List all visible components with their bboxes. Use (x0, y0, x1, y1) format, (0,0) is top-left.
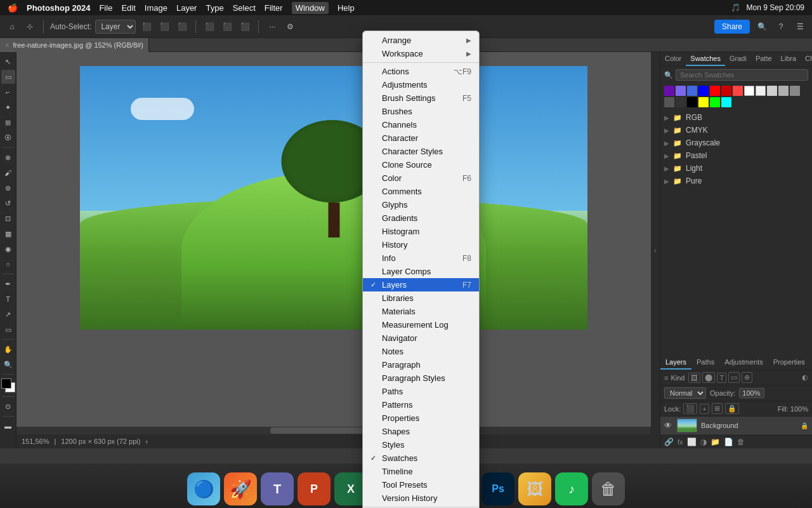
home-button[interactable]: ⌂ (5, 20, 19, 34)
align-center-h[interactable]: ⬛ (157, 20, 171, 34)
menu-item-history[interactable]: History (363, 238, 479, 251)
group-pure[interactable]: ▶ 📁 Pure (664, 175, 808, 187)
tab-paths[interactable]: Paths (691, 356, 719, 370)
tool-lasso[interactable]: ⌐ (1, 85, 15, 99)
dock-photoshop[interactable]: Ps (481, 472, 514, 505)
menu-item-layers[interactable]: ✓ Layers F7 (363, 278, 479, 291)
swatch-dark-gray[interactable] (676, 97, 686, 107)
tool-gradient[interactable]: ▦ (1, 227, 15, 241)
group-cmyk[interactable]: ▶ 📁 CMYK (664, 124, 808, 137)
tool-zoom[interactable]: 🔍 (1, 358, 15, 371)
dock-teams[interactable]: T (261, 472, 294, 505)
menu-item-brushes[interactable]: Brushes (363, 105, 479, 118)
tool-eyedropper[interactable]: ⦿ (1, 131, 15, 145)
dock-finder[interactable]: 🔵 (187, 472, 220, 505)
tool-heal[interactable]: ⊕ (1, 150, 15, 164)
menu-item-properties[interactable]: Properties (363, 411, 479, 425)
swatch-green[interactable] (710, 97, 720, 107)
menu-item-channels[interactable]: Channels (363, 118, 479, 131)
menu-item-measurement-log[interactable]: Measurement Log (363, 318, 479, 331)
menu-item-clone-source[interactable]: Clone Source (363, 158, 479, 171)
tab-close[interactable]: × (5, 41, 9, 49)
menu-item-comments[interactable]: Comments (363, 185, 479, 198)
tool-hand[interactable]: ✋ (1, 342, 15, 356)
filter-pixel[interactable]: 🖼 (688, 373, 700, 383)
swatch-blue-violet[interactable] (676, 86, 686, 96)
swatch-dark-red[interactable] (721, 86, 731, 96)
menu-type[interactable]: Type (206, 3, 223, 13)
group-layer-icon[interactable]: 📁 (710, 438, 720, 446)
menu-item-color[interactable]: Color F6 (363, 171, 479, 185)
blend-mode-select[interactable]: Normal (664, 387, 706, 399)
tab-layers[interactable]: Layers (660, 356, 691, 370)
filter-smart[interactable]: ⊕ (742, 372, 752, 383)
auto-select-dropdown[interactable]: Layer Group (95, 20, 136, 34)
menu-item-histogram[interactable]: Histogram (363, 225, 479, 238)
menu-item-timeline[interactable]: Timeline (363, 465, 479, 478)
dock-trash[interactable]: 🗑 (592, 472, 625, 505)
background-color[interactable] (1, 378, 15, 392)
panel-collapse-btn[interactable]: ‹ (651, 52, 660, 448)
lock-artboard[interactable]: ⊞ (712, 403, 723, 414)
swatch-light-red[interactable] (733, 86, 743, 96)
tool-select-rect[interactable]: ▭ (1, 70, 15, 84)
link-icon[interactable]: 🔗 (664, 438, 674, 446)
tool-type[interactable]: T (1, 292, 15, 306)
menu-help[interactable]: Help (337, 3, 355, 13)
menu-edit[interactable]: Edit (121, 3, 135, 13)
canvas-tab[interactable]: × free-nature-images.jpg @ 152% (RGB/8#) (0, 38, 149, 52)
swatch-purple[interactable] (664, 86, 674, 96)
lock-pixels[interactable]: ⬛ (683, 403, 697, 414)
menu-item-materials[interactable]: Materials (363, 305, 479, 318)
dock-powerpoint[interactable]: P (298, 472, 331, 505)
menu-item-navigator[interactable]: Navigator (363, 331, 479, 345)
table-row[interactable]: 👁 Background 🔒 (660, 417, 812, 435)
tab-libraries[interactable]: Libra (776, 52, 801, 66)
menu-item-paragraph-styles[interactable]: Paragraph Styles (363, 371, 479, 385)
opacity-input[interactable] (739, 388, 764, 398)
filter-type[interactable]: T (717, 373, 726, 383)
tool-brush[interactable]: 🖌 (1, 166, 15, 180)
align-top[interactable]: ⬛ (202, 20, 216, 34)
dock-launchpad[interactable]: 🚀 (224, 472, 257, 505)
menu-item-adjustments[interactable]: Adjustments (363, 78, 479, 91)
layer-visibility-eye[interactable]: 👁 (664, 421, 673, 430)
group-pastel[interactable]: ▶ 📁 Pastel (664, 149, 808, 162)
tool-history-brush[interactable]: ↺ (1, 196, 15, 210)
delete-layer-icon[interactable]: 🗑 (737, 438, 745, 446)
menu-item-tool-presets[interactable]: Tool Presets (363, 478, 479, 491)
search-btn[interactable]: 🔍 (755, 20, 769, 34)
swatch-gray-1[interactable] (767, 86, 777, 96)
apple-logo[interactable]: 🍎 (8, 3, 18, 13)
swatch-cyan[interactable] (721, 97, 731, 107)
filter-shape[interactable]: ▭ (728, 372, 740, 383)
swatch-red[interactable] (710, 86, 720, 96)
adjustment-icon[interactable]: ◑ (700, 438, 707, 446)
menu-item-patterns[interactable]: Patterns (363, 398, 479, 411)
menu-item-character-styles[interactable]: Character Styles (363, 145, 479, 158)
menu-select[interactable]: Select (233, 3, 256, 13)
learn-btn[interactable]: ? (774, 20, 788, 34)
swatch-search-input[interactable] (676, 69, 808, 81)
lock-position[interactable]: + (700, 404, 709, 414)
panel-btn[interactable]: ☰ (793, 20, 807, 34)
menu-item-actions[interactable]: Actions ⌥F9 (363, 65, 479, 78)
swatch-white[interactable] (744, 86, 754, 96)
tool-quickmask[interactable]: ⊙ (1, 399, 15, 413)
tool-crop[interactable]: ⊞ (1, 116, 15, 130)
tool-stamp[interactable]: ⊚ (1, 181, 15, 195)
menu-item-glyphs[interactable]: Glyphs (363, 198, 479, 211)
menu-window[interactable]: Window (292, 2, 329, 14)
group-grayscale[interactable]: ▶ 📁 Grayscale (664, 137, 808, 149)
swatch-royal-blue[interactable] (687, 86, 697, 96)
swatch-yellow[interactable] (698, 97, 709, 107)
menu-item-paths[interactable]: Paths (363, 385, 479, 398)
tab-adjustments[interactable]: Adjustments (719, 356, 768, 370)
menu-item-styles[interactable]: Styles (363, 438, 479, 451)
tool-path-select[interactable]: ↗ (1, 307, 15, 321)
tab-color[interactable]: Color (660, 52, 686, 66)
tool-screen[interactable]: ▬ (1, 419, 15, 433)
filter-adj[interactable]: ⬤ (702, 372, 715, 383)
tab-swatches[interactable]: Swatches (686, 52, 725, 66)
menu-item-layer-comps[interactable]: Layer Comps (363, 265, 479, 278)
